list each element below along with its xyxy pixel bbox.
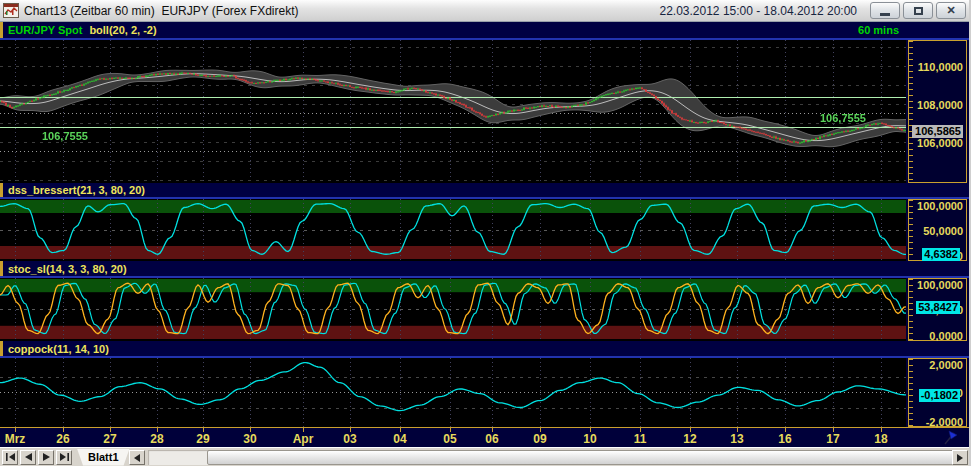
- panel-accent-edge: [0, 22, 3, 38]
- restore-button[interactable]: [903, 2, 933, 19]
- restore-icon: [914, 7, 923, 15]
- dss-axis-label: 100,0000: [917, 200, 963, 212]
- time-axis-label: 06: [485, 432, 498, 446]
- dss-plot[interactable]: [0, 199, 906, 261]
- panel-accent-edge: [0, 183, 3, 197]
- coppock-axis-box[interactable]: -0,1802 2,00000,0000-2,0000: [908, 358, 967, 427]
- hline-label-right: 106,7555: [820, 112, 866, 124]
- sheet-nav-next-button[interactable]: [38, 450, 54, 465]
- sheet-nav-prev-button[interactable]: [20, 450, 36, 465]
- dss-axis-box[interactable]: 4,6382 100,000050,00000,0000: [908, 199, 967, 261]
- panel-accent-edge: [0, 341, 3, 356]
- time-axis-label: 26: [56, 432, 69, 446]
- price-axis-label: 106,0000: [917, 137, 963, 149]
- stoc-axis-label: 100,0000: [917, 279, 963, 291]
- dss-canvas[interactable]: [0, 199, 906, 261]
- time-axis-labels: Mrz2627282930Apr030405060910111213161718: [0, 428, 904, 447]
- time-axis-label: 27: [103, 432, 116, 446]
- window-title: Chart13 (Zeitbar 60 min) EURJPY (Forex F…: [24, 4, 299, 18]
- time-axis-label: 30: [243, 432, 256, 446]
- coppock-axis-label: -2,0000: [926, 416, 963, 428]
- hscrollbar-left-button[interactable]: [129, 450, 145, 465]
- axis-tickstrip: [909, 279, 913, 340]
- hscrollbar-thumb[interactable]: [207, 450, 955, 465]
- price-chart-plot[interactable]: 106,7555 106,7555: [0, 40, 906, 183]
- stoc-plot[interactable]: [0, 278, 906, 341]
- indicator-header-coppock: coppock(11, 14, 10): [0, 341, 969, 358]
- coppock-canvas[interactable]: [0, 358, 906, 427]
- time-axis-label: 16: [778, 432, 791, 446]
- indicator-label-coppock: coppock(11, 14, 10): [8, 343, 109, 355]
- dss-axis[interactable]: 4,6382 100,000050,00000,0000: [906, 199, 969, 261]
- price-axis-label: 108,0000: [917, 99, 963, 111]
- sheet-tab-blatt1[interactable]: Blatt1: [77, 449, 130, 466]
- indicator-label-dss: dss_bressert(21, 3, 80, 20): [8, 184, 145, 196]
- sheet-nav-last-button[interactable]: [56, 450, 72, 465]
- symbol-label: EUR/JPY Spot: [8, 24, 82, 36]
- time-axis-label: 29: [196, 432, 209, 446]
- sheet-nav-first-button[interactable]: [2, 450, 18, 465]
- sheet-tab-label: Blatt1: [88, 451, 119, 463]
- time-axis-label: 11: [634, 432, 647, 446]
- price-chart-canvas[interactable]: [0, 40, 906, 183]
- time-axis-label: 13: [730, 432, 743, 446]
- prev-sheet-icon: [25, 453, 32, 461]
- price-axis[interactable]: 106,5865 110,0000108,0000106,0000: [906, 40, 969, 183]
- last-sheet-icon: [60, 453, 69, 461]
- window-icon chart-icon: [3, 3, 19, 18]
- time-axis-label: Apr: [293, 432, 314, 446]
- axis-tickstrip: [909, 200, 913, 260]
- time-axis-label: 05: [443, 432, 456, 446]
- indicator-label-boll: boll(20, 2, -2): [89, 24, 156, 36]
- axis-tickstrip: [909, 41, 913, 182]
- indicator-header-dss: dss_bressert(21, 3, 80, 20): [0, 183, 969, 199]
- time-axis-label: 28: [150, 432, 163, 446]
- dss-axis-label: 50,0000: [923, 225, 963, 237]
- stoc-axis-box[interactable]: 53,8427 100,000050,00000,0000: [908, 278, 967, 341]
- price-axis-box[interactable]: 106,5865 110,0000108,0000106,0000: [908, 40, 967, 183]
- close-button[interactable]: ✕: [936, 2, 966, 19]
- coppock-axis[interactable]: -0,1802 2,00000,0000-2,0000: [906, 358, 969, 427]
- stoc-canvas[interactable]: [0, 278, 906, 341]
- price-axis-label: 110,0000: [918, 61, 963, 73]
- scroll-left-icon: [134, 454, 140, 462]
- current-price-box: 106,5865: [912, 125, 963, 138]
- time-axis-label: Mrz: [5, 432, 26, 446]
- minimize-button[interactable]: [870, 2, 900, 19]
- time-axis-label: 04: [393, 432, 406, 446]
- time-axis-label: 12: [683, 432, 696, 446]
- sheet-bar: Blatt1: [0, 447, 969, 466]
- indicator-header-stoc: stoc_sl(14, 3, 3, 80, 20): [0, 261, 969, 278]
- timeframe-label: 60 mins: [858, 24, 899, 36]
- time-axis-label: 09: [533, 432, 546, 446]
- chart-window: Chart13 (Zeitbar 60 min) EURJPY (Forex F…: [0, 0, 971, 466]
- first-sheet-icon: [6, 453, 15, 461]
- coppock-axis-label: 2,0000: [929, 359, 963, 371]
- chart-tool-flag-icon[interactable]: [942, 430, 958, 446]
- coppock-current-value-box: -0,1802: [919, 389, 960, 402]
- time-axis[interactable]: Mrz2627282930Apr030405060910111213161718: [0, 427, 969, 447]
- price-chart-header: EUR/JPY Spot boll(20, 2, -2) 60 mins: [0, 22, 969, 40]
- scroll-right-icon: [957, 454, 963, 462]
- time-axis-label: 17: [826, 432, 839, 446]
- hline-label-left: 106,7555: [42, 130, 88, 142]
- axis-tickstrip: [909, 359, 913, 426]
- next-sheet-icon: [43, 453, 50, 461]
- chart-date-range: 22.03.2012 15:00 - 18.04.2012 20:00: [659, 4, 857, 18]
- indicator-label-stoc: stoc_sl(14, 3, 3, 80, 20): [8, 263, 127, 275]
- dss-current-value-box: 4,6382: [922, 248, 960, 261]
- time-axis-corner: [904, 428, 969, 447]
- time-axis-label: 10: [583, 432, 596, 446]
- hscrollbar-right-button[interactable]: [952, 450, 968, 465]
- minimize-icon: [880, 13, 890, 16]
- time-axis-label: 18: [874, 432, 887, 446]
- panel-accent-edge: [0, 261, 3, 276]
- stoc-current-value-box: 53,8427: [916, 301, 960, 314]
- titlebar: Chart13 (Zeitbar 60 min) EURJPY (Forex F…: [0, 0, 969, 22]
- close-icon: ✕: [946, 5, 955, 16]
- stoc-axis[interactable]: 53,8427 100,000050,00000,0000: [906, 278, 969, 341]
- coppock-plot[interactable]: [0, 358, 906, 427]
- time-axis-label: 03: [343, 432, 356, 446]
